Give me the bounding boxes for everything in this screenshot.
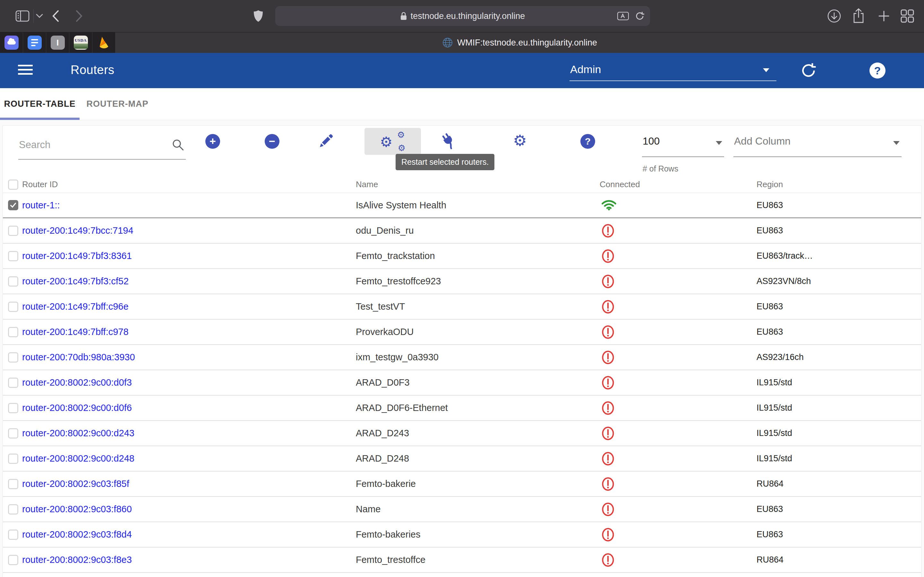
router-id-link[interactable]: router-200:8002:9c00:d248: [22, 453, 134, 464]
help-button[interactable]: ?: [869, 63, 885, 79]
router-name: ARAD_D0F3: [356, 377, 599, 388]
docs-app-icon: [27, 35, 42, 50]
router-id-link[interactable]: router-200:1c49:7bf3:cf52: [22, 276, 129, 286]
row-checkbox[interactable]: [8, 251, 18, 261]
downloads-icon[interactable]: [827, 0, 841, 32]
router-id-link[interactable]: router-200:1c49:7bff:c96e: [22, 301, 129, 311]
back-button[interactable]: [52, 0, 59, 32]
refresh-button[interactable]: [801, 63, 816, 78]
row-checkbox[interactable]: [8, 403, 18, 413]
select-all-checkbox[interactable]: [8, 179, 18, 190]
table-row: router-200:8002:9c03:f8e3 Femto_trestoff…: [3, 548, 921, 573]
view-tabs: ROUTER-TABLE ROUTER-MAP: [0, 88, 924, 120]
sidebar-toggle-icon[interactable]: [15, 0, 29, 32]
chevron-down-icon: [763, 68, 769, 72]
table-row: router-200:1c49:7bf3:cf52 Femto_trestoff…: [3, 269, 921, 294]
table-row: router-200:8002:9c03:f860 Name EU863: [3, 497, 921, 522]
router-id-link[interactable]: router-200:70db:980a:3930: [22, 352, 135, 362]
table-row: router-1:: IsAlive System Health EU863: [3, 193, 921, 218]
error-status-icon: [602, 401, 756, 415]
column-header-router-id[interactable]: Router ID: [22, 179, 356, 189]
router-name: Femto_trackstation: [356, 251, 599, 261]
active-browser-tab[interactable]: WMIF:testnode.eu.thingularity.online: [115, 32, 924, 53]
browser-toolbar: testnode.eu.thingularity.online: [0, 0, 924, 32]
router-id-link[interactable]: router-200:1c49:7bcc:7194: [22, 226, 134, 235]
router-id-link[interactable]: router-200:8002:9c00:d0f3: [22, 377, 132, 388]
settings-button[interactable]: ⚙: [513, 133, 527, 148]
row-checkbox[interactable]: [8, 428, 18, 438]
table-row: router-200:1c49:7bcc:7194 odu_Denis_ru E…: [3, 218, 921, 243]
cloud-app-icon: [5, 35, 19, 50]
column-header-connected[interactable]: Connected: [599, 179, 756, 189]
add-column-select[interactable]: Add Column: [733, 129, 901, 157]
router-region: EU863: [756, 327, 921, 337]
column-header-region[interactable]: Region: [756, 179, 921, 189]
table-body: router-1:: IsAlive System Health EU863: [3, 193, 921, 573]
router-name: Femto_trestoffce: [356, 554, 599, 565]
edit-router-button[interactable]: [318, 134, 333, 149]
router-id-link[interactable]: router-200:8002:9c03:f8e3: [22, 554, 132, 565]
remove-router-button[interactable]: −: [265, 134, 279, 149]
restart-routers-button[interactable]: ⚙⚙⚙: [365, 128, 421, 155]
pinned-tab-cloud[interactable]: [0, 32, 23, 53]
chevron-down-icon[interactable]: [36, 0, 43, 32]
table-row: router-200:8002:9c00:d0f3 ARAD_D0F3 IL91…: [3, 370, 921, 396]
router-name: Name: [356, 504, 599, 514]
share-icon[interactable]: [852, 0, 865, 32]
pinned-tab-docs[interactable]: [23, 32, 46, 53]
privacy-shield-icon[interactable]: [254, 0, 263, 32]
row-checkbox[interactable]: [8, 226, 18, 236]
add-router-button[interactable]: +: [205, 134, 220, 149]
router-region: AS923VN/8ch: [756, 276, 921, 286]
row-checkbox[interactable]: [8, 479, 18, 489]
router-id-link[interactable]: router-200:1c49:7bf3:8361: [22, 251, 132, 261]
page-title: Routers: [71, 63, 115, 77]
router-id-link[interactable]: router-200:8002:9c03:f85f: [22, 479, 129, 489]
search-input[interactable]: Search: [18, 131, 186, 160]
tab-overview-icon[interactable]: [900, 0, 914, 32]
pinned-tab-usda[interactable]: USDA: [69, 32, 92, 53]
row-checkbox[interactable]: [8, 327, 18, 337]
tab-router-table[interactable]: ROUTER-TABLE: [0, 88, 79, 120]
chevron-down-icon: [893, 141, 900, 145]
pinned-tab-info[interactable]: I: [46, 32, 69, 53]
divider: [33, 9, 34, 23]
new-tab-icon[interactable]: [878, 0, 890, 32]
account-select[interactable]: Admin: [569, 59, 776, 81]
row-checkbox[interactable]: [8, 530, 18, 540]
error-status-icon: [602, 452, 756, 466]
router-id-link[interactable]: router-200:8002:9c00:d243: [22, 428, 134, 438]
error-status-icon: [602, 325, 756, 339]
table-row: router-200:70db:980a:3930 ixm_testgw_0a3…: [3, 345, 921, 370]
tab-router-map[interactable]: ROUTER-MAP: [79, 88, 155, 120]
table-row: router-200:1c49:7bf3:8361 Femto_tracksta…: [3, 243, 921, 269]
connect-routers-button[interactable]: [441, 133, 457, 149]
router-region: EU863: [756, 504, 921, 514]
usda-app-icon: USDA: [74, 35, 88, 50]
rows-per-page-select[interactable]: 100: [642, 129, 724, 157]
router-id-link[interactable]: router-1::: [22, 200, 60, 210]
forward-button[interactable]: [76, 0, 83, 32]
row-checkbox[interactable]: [8, 454, 18, 464]
row-checkbox[interactable]: [8, 378, 18, 388]
router-name: ARAD_D248: [356, 453, 599, 464]
reload-icon[interactable]: [635, 11, 644, 21]
column-header-name[interactable]: Name: [356, 179, 599, 189]
router-id-link[interactable]: router-200:8002:9c00:d0f6: [22, 403, 132, 413]
menu-icon[interactable]: [18, 65, 33, 77]
row-checkbox[interactable]: [8, 352, 18, 363]
error-status-icon: [602, 300, 756, 314]
router-id-link[interactable]: router-200:8002:9c03:f8d4: [22, 529, 132, 540]
error-status-icon: [602, 274, 756, 288]
row-checkbox[interactable]: [8, 504, 18, 514]
router-id-link[interactable]: router-200:1c49:7bff:c978: [22, 327, 129, 337]
row-checkbox[interactable]: [8, 555, 18, 565]
row-checkbox[interactable]: [8, 301, 18, 312]
address-bar[interactable]: testnode.eu.thingularity.online: [275, 6, 650, 26]
row-checkbox[interactable]: [8, 276, 18, 287]
row-checkbox[interactable]: [8, 200, 18, 210]
toolbar-help-button[interactable]: ?: [580, 134, 595, 149]
router-id-link[interactable]: router-200:8002:9c03:f860: [22, 504, 132, 514]
translate-icon[interactable]: [617, 12, 629, 20]
pinned-tab-firebase[interactable]: [92, 32, 115, 53]
